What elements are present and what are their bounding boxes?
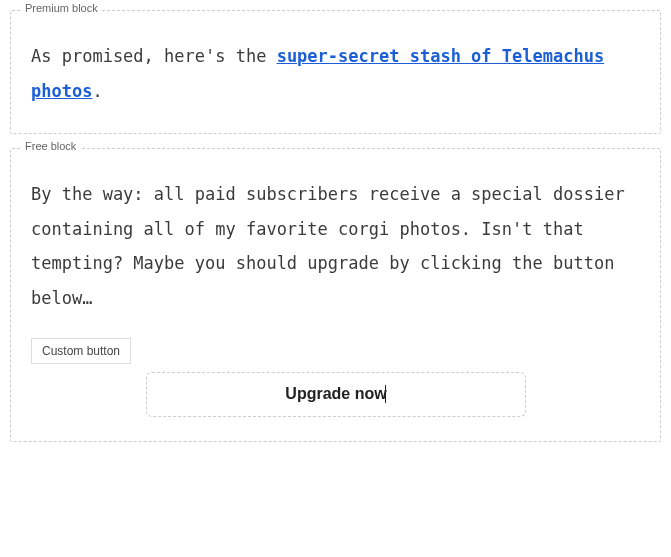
upgrade-button-shell[interactable]: Upgrade now [146,372,526,417]
text-caret [385,385,386,403]
premium-text-before: As promised, here's the [31,46,277,66]
premium-block-content[interactable]: As promised, here's the super-secret sta… [31,39,640,109]
premium-block-label: Premium block [21,2,102,14]
free-block[interactable]: Free block By the way: all paid subscrib… [10,148,661,442]
free-block-content[interactable]: By the way: all paid subscribers receive… [31,177,640,316]
upgrade-button-text[interactable]: Upgrade now [285,385,386,402]
free-block-label: Free block [21,140,80,152]
premium-text-after: . [92,81,102,101]
premium-block[interactable]: Premium block As promised, here's the su… [10,10,661,134]
custom-button-badge: Custom button [31,338,131,364]
